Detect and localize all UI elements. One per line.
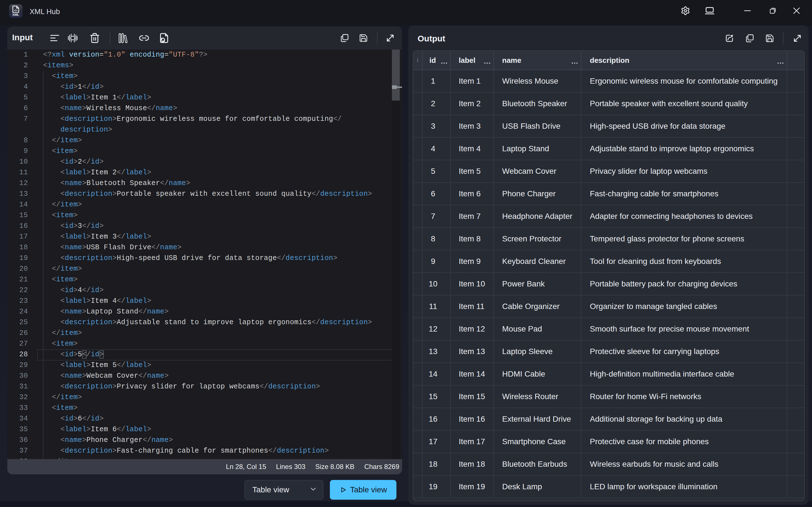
svg-text:</>: </> xyxy=(14,9,18,12)
svg-text:XML: XML xyxy=(12,13,19,16)
